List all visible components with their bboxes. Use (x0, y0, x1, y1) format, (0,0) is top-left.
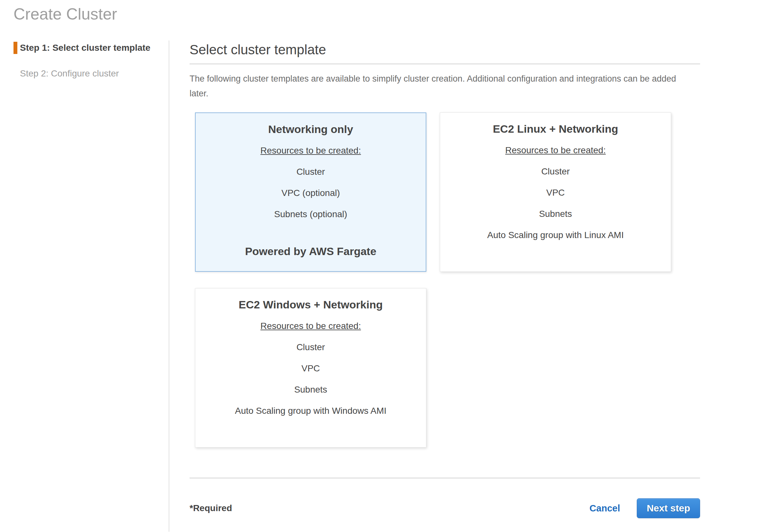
card-resource-item: Subnets (440, 209, 671, 219)
page-title: Create Cluster (0, 0, 782, 23)
main-panel: Select cluster template The following cl… (189, 40, 700, 532)
section-description: The following cluster templates are avai… (189, 71, 686, 101)
card-title: Networking only (196, 123, 426, 136)
template-card-grid: Networking only Resources to be created:… (195, 112, 700, 448)
sidebar-step-1-select-cluster-template[interactable]: Step 1: Select cluster template (13, 42, 169, 54)
steps-list: Step 1: Select cluster template Step 2: … (0, 42, 169, 80)
card-resource-item: Cluster (196, 167, 426, 177)
template-card-networking-only[interactable]: Networking only Resources to be created:… (195, 112, 426, 272)
card-resource-item: Auto Scaling group with Linux AMI (440, 230, 671, 241)
card-fargate-note: Powered by AWS Fargate (196, 245, 426, 258)
card-resource-item: VPC (196, 363, 426, 374)
card-resource-list: Cluster VPC Subnets Auto Scaling group w… (196, 342, 426, 416)
card-resources-label: Resources to be created: (260, 145, 361, 156)
card-resources-label: Resources to be created: (260, 321, 361, 331)
required-note: *Required (189, 503, 232, 513)
wizard-body: Step 1: Select cluster template Step 2: … (0, 40, 782, 532)
card-resource-item: Subnets (196, 384, 426, 395)
card-title: EC2 Linux + Networking (440, 122, 671, 135)
card-resource-item: Auto Scaling group with Windows AMI (196, 405, 426, 416)
footer-divider (189, 478, 700, 478)
card-resource-list: Cluster VPC (optional) Subnets (optional… (196, 167, 426, 220)
card-resource-item: VPC (440, 187, 671, 198)
footer-actions: Cancel Next step (588, 498, 700, 518)
template-card-ec2-windows-networking[interactable]: EC2 Windows + Networking Resources to be… (195, 288, 426, 448)
card-resource-item: Subnets (optional) (196, 209, 426, 220)
section-heading: Select cluster template (189, 42, 700, 58)
card-resources-label: Resources to be created: (505, 145, 606, 156)
heading-divider (189, 64, 700, 64)
cancel-button[interactable]: Cancel (588, 503, 622, 514)
card-resource-item: Cluster (440, 166, 671, 177)
wizard-steps-sidebar: Step 1: Select cluster template Step 2: … (0, 40, 169, 532)
sidebar-step-2-configure-cluster[interactable]: Step 2: Configure cluster (13, 67, 169, 80)
card-resource-item: VPC (optional) (196, 188, 426, 199)
next-step-button[interactable]: Next step (637, 498, 700, 518)
card-resource-item: Cluster (196, 342, 426, 353)
template-card-ec2-linux-networking[interactable]: EC2 Linux + Networking Resources to be c… (440, 112, 671, 272)
card-resource-list: Cluster VPC Subnets Auto Scaling group w… (440, 166, 671, 241)
card-title: EC2 Windows + Networking (196, 298, 426, 311)
footer-bar: *Required Cancel Next step (189, 498, 700, 518)
